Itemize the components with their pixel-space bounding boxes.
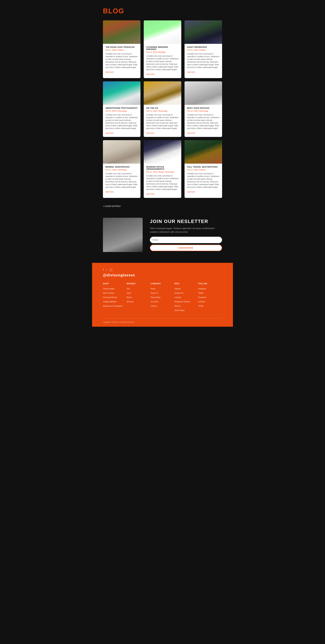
footer-link[interactable]: Returns (174, 305, 181, 307)
blog-card-modern-office-arrangements: MODERN OFFICE ARRANGEMENTS Feb 12, 2018 … (144, 140, 181, 198)
footer-nav-col-follow: FOLLOW InstagramTwitterFacebookLinkedInT… (198, 283, 222, 313)
blog-card-readmore[interactable]: read more (105, 132, 114, 134)
blog-card-meta: Feb 12, 2018 | Technology (105, 110, 138, 112)
blog-card-image-modern-office-arrangements (144, 140, 181, 164)
blog-card-readmore[interactable]: read more (146, 132, 155, 134)
blog-card-image-stunning-wedding-dresses (144, 20, 181, 44)
blog-card-readmore[interactable]: read more (187, 132, 195, 134)
footer-handle: @divisunglasses (103, 273, 222, 277)
footer-link[interactable]: About Us (151, 292, 158, 294)
blog-grid: THE ROAD LESS TRAVELED Feb 12, 2018 | Ou… (103, 20, 222, 198)
footer-link[interactable]: Divi (127, 288, 130, 290)
blog-card-excerpt: Curabitur arcu erat, accumsan id imperdi… (187, 114, 220, 130)
blog-card-smartphone-photography: SMARTPHONE PHOTOGRAPHY Feb 12, 2018 | Te… (103, 81, 140, 137)
blog-section: BLOG THE ROAD LESS TRAVELED Feb 12, 2018… (92, 0, 233, 202)
footer-link[interactable]: TikTok (198, 305, 203, 307)
blog-card-image-giant-redwoods (185, 20, 222, 44)
footer-link[interactable]: Home (151, 288, 155, 290)
newsletter-section: JOIN OUR NESLETTER Vitae consequat augue… (92, 210, 233, 263)
footer-nav-col-brands: BRANDS DiviExtraBloomMonarch (127, 283, 151, 313)
footer-link[interactable]: Instagram (198, 288, 206, 290)
blog-card-image-fall-travel-destinations (185, 140, 222, 164)
footer-nav-col-company: COMPANY HomeAbout UsShop OnlineOur Story… (151, 283, 174, 313)
blog-card-excerpt: Curabitur arcu erat, accumsan id imperdi… (146, 55, 179, 71)
blog-card-meta: Feb 12, 2018 | Design, Technology (146, 171, 179, 173)
blog-card-image-smartphone-photography (103, 81, 140, 105)
blog-card-excerpt: Curabitur arcu erat, accumsan id imperdi… (105, 52, 138, 69)
footer-link[interactable]: Vintage Wayfarer (103, 301, 117, 303)
footer-link[interactable]: Contact Us (174, 292, 183, 294)
blog-card-readmore[interactable]: read more (187, 71, 195, 73)
footer-nav: SHOP Classic AviatorRetro Cat-EyeOversiz… (103, 283, 222, 313)
blog-card-title: STUNNING WEDDING DRESSES (146, 46, 179, 50)
footer-copyright: Copyright © 2023 Divi. All Rights Reserv… (103, 318, 222, 323)
twitter-icon[interactable]: t (106, 268, 107, 271)
blog-card-excerpt: Curabitur arcu erat, accumsan id imperdi… (146, 174, 179, 191)
blog-card-on-the-go: ON THE GO Feb 12, 2018 | Technology Cura… (144, 81, 181, 137)
blog-card-minimal-deskspaces: MINIMAL DESKSPACES Feb 12, 2018 | Techno… (103, 140, 140, 198)
blog-card-must-have-devices: MUST HAVE DEVICES Feb 12, 2018 | Technol… (185, 81, 222, 137)
blog-card-readmore[interactable]: read more (187, 191, 195, 193)
footer-link[interactable]: Location (174, 296, 181, 298)
footer-nav-col-shop: SHOP Classic AviatorRetro Cat-EyeOversiz… (103, 283, 127, 313)
blog-card-title: MUST HAVE DEVICES (187, 107, 220, 109)
newsletter-image (103, 218, 143, 252)
footer-link[interactable]: Oversized Round (103, 296, 117, 298)
footer-link[interactable]: Extra (127, 292, 131, 294)
footer-link[interactable]: Order Status (174, 309, 185, 311)
footer-nav-col-title: BRANDS (127, 283, 151, 285)
newsletter-email-input[interactable] (150, 237, 222, 243)
blog-card-meta: Feb 12, 2018 | Outdoor (187, 49, 220, 51)
footer-link[interactable]: Shipping & Delivery (174, 301, 190, 303)
footer-link[interactable]: Careers (151, 305, 157, 307)
footer-link[interactable]: Support (174, 288, 181, 290)
blog-card-image-minimal-deskspaces (103, 140, 140, 164)
footer-link[interactable]: Wraparound Sunglasses (103, 305, 123, 307)
blog-card-title: MINIMAL DESKSPACES (105, 166, 138, 168)
footer-link[interactable]: Retro Cat-Eye (103, 292, 114, 294)
blog-card-excerpt: Curabitur arcu erat, accumsan id imperdi… (146, 114, 179, 130)
blog-card-excerpt: Curabitur arcu erat, accumsan id imperdi… (187, 172, 220, 188)
blog-card-readmore[interactable]: read more (146, 193, 155, 195)
footer: f t ◯ @divisunglasses SHOP Classic Aviat… (92, 263, 233, 327)
facebook-icon[interactable]: f (103, 268, 104, 271)
blog-title: BLOG (103, 7, 222, 15)
instagram-icon[interactable]: ◯ (110, 268, 113, 271)
footer-link[interactable]: Twitter (198, 292, 203, 294)
footer-link[interactable]: Classic Aviator (103, 288, 115, 290)
footer-nav-col-title: SHOP (103, 283, 127, 285)
footer-link[interactable]: Bloom (127, 296, 132, 298)
blog-card-excerpt: Curabitur arcu erat, accumsan id imperdi… (105, 114, 138, 130)
blog-card-meta: Feb 12, 2018 | Technology (105, 169, 138, 171)
blog-card-meta: Feb 12, 2018 | Outdoor (105, 49, 138, 51)
footer-social-icons: f t ◯ (103, 268, 222, 271)
footer-nav-col-info: INFO SupportContact UsLocationShipping &… (174, 283, 198, 313)
footer-link[interactable]: Our Story (151, 301, 158, 303)
blog-card-title: SMARTPHONE PHOTOGRAPHY (105, 107, 138, 109)
blog-card-title: THE ROAD LESS TRAVELED (105, 46, 138, 48)
blog-card-readmore[interactable]: read more (105, 71, 114, 73)
older-entries-link[interactable]: « OLDER ENTRIES (103, 205, 121, 207)
blog-card-image-road-less-traveled (103, 20, 140, 44)
blog-card-excerpt: Curabitur arcu erat, accumsan id imperdi… (187, 52, 220, 69)
blog-card-fall-travel-destinations: FALL TRAVEL DESTINATIONS Feb 12, 2018 | … (185, 140, 222, 198)
blog-card-meta: Feb 12, 2018 | Technology (146, 110, 179, 112)
blog-card-title: MODERN OFFICE ARRANGEMENTS (146, 166, 179, 170)
blog-card-meta: Feb 12, 2018 | Wedding (146, 51, 179, 53)
blog-card-title: GIANT REDWOODS (187, 46, 220, 48)
footer-link[interactable]: LinkedIn (198, 301, 205, 303)
footer-link[interactable]: Monarch (127, 301, 134, 303)
blog-card-readmore[interactable]: read more (105, 191, 114, 193)
blog-card-readmore[interactable]: read more (146, 73, 155, 75)
footer-nav-col-title: INFO (174, 283, 198, 285)
footer-link[interactable]: Facebook (198, 296, 206, 298)
footer-link[interactable]: Shop Online (151, 296, 161, 298)
older-entries: « OLDER ENTRIES (92, 202, 233, 210)
newsletter-subscribe-button[interactable]: SUBSCRIBE (150, 244, 222, 251)
blog-card-image-must-have-devices (185, 81, 222, 105)
newsletter-title: JOIN OUR NESLETTER (150, 219, 222, 224)
newsletter-content: JOIN OUR NESLETTER Vitae consequat augue… (150, 219, 222, 251)
blog-card-title: FALL TRAVEL DESTINATIONS (187, 166, 220, 168)
blog-card-image-on-the-go (144, 81, 181, 105)
blog-card-excerpt: Curabitur arcu erat, accumsan id imperdi… (105, 172, 138, 188)
